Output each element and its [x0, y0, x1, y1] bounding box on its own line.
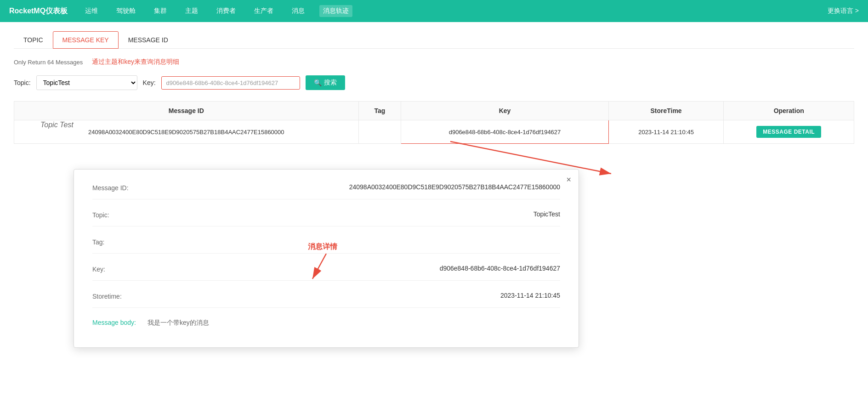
modal-label-key: Key: — [92, 265, 148, 273]
topic-label: Topic: — [14, 79, 31, 86]
tab-message-key[interactable]: MESSAGE KEY — [53, 31, 119, 49]
modal-value-key: d906e848-68b6-408c-8ce4-1d76df194627 — [148, 265, 560, 272]
search-icon: 🔍 — [314, 79, 322, 86]
nav-item-shengchanzhe[interactable]: 生产者 — [250, 5, 277, 17]
language-switch[interactable]: 更换语言 > — [828, 7, 859, 15]
nav-item-jiqun[interactable]: 集群 — [150, 5, 170, 17]
nav-item-xiaofeizhe[interactable]: 消费者 — [213, 5, 239, 17]
message-table: Message ID Tag Key StoreTime Operation 2… — [14, 101, 854, 144]
modal-overlay: × Message ID: 24098A0032400E80D9C518E9D9… — [74, 169, 868, 419]
modal-row-tag: Tag: 消息详情 — [92, 238, 560, 254]
modal-value-message-id: 24098A0032400E80D9C518E9D9020575B27B18B4… — [148, 183, 560, 191]
topic-select[interactable]: TopicTest — [36, 75, 137, 90]
info-row: Only Return 64 Messages 通过主题和key来查询消息明细 — [14, 58, 854, 66]
modal-label-topic: Topic: — [92, 210, 148, 219]
modal-row-key: Key: d906e848-68b6-408c-8ce4-1d76df19462… — [92, 265, 560, 281]
col-key: Key — [401, 102, 608, 120]
search-button-label: 搜索 — [324, 79, 337, 87]
cell-operation: MESSAGE DETAIL — [724, 120, 854, 144]
modal-label-message-id: Message ID: — [92, 183, 148, 192]
modal-row-storetime: Storetime: 2023-11-14 21:10:45 — [92, 292, 560, 308]
nav-item-yunwei[interactable]: 运维 — [81, 5, 102, 17]
nav-item-zhuti[interactable]: 主题 — [182, 5, 202, 17]
modal-label-tag: Tag: — [92, 238, 148, 246]
modal-value-body: 我是一个带key的消息 — [148, 319, 209, 327]
tab-message-id[interactable]: MESSAGE ID — [119, 31, 178, 49]
cell-message-id: 24098A0032400E80D9C518E9D9020575B27B18B4… — [14, 120, 359, 144]
nav-item-xiaoshiguiji[interactable]: 消息轨迹 — [319, 5, 352, 17]
col-tag: Tag — [358, 102, 401, 120]
key-label: Key: — [143, 79, 156, 86]
annotation-label: 消息详情 — [308, 243, 337, 250]
modal-label-body: Message body: — [92, 319, 148, 326]
table-row: 24098A0032400E80D9C518E9D9020575B27B18B4… — [14, 120, 854, 144]
table-header-row: Message ID Tag Key StoreTime Operation — [14, 102, 854, 120]
message-detail-button[interactable]: MESSAGE DETAIL — [756, 126, 821, 138]
cell-tag — [358, 120, 401, 144]
col-operation: Operation — [724, 102, 854, 120]
return-limit-text: Only Return 64 Messages — [14, 59, 83, 66]
col-message-id: Message ID — [14, 102, 359, 120]
modal-row-topic: Topic: TopicTest — [92, 210, 560, 226]
modal-label-storetime: Storetime: — [92, 292, 148, 300]
message-detail-modal: × Message ID: 24098A0032400E80D9C518E9D9… — [74, 169, 579, 348]
cell-storetime: 2023-11-14 21:10:45 — [608, 120, 724, 144]
tab-bar: TOPIC MESSAGE KEY MESSAGE ID — [14, 31, 854, 49]
main-content: TOPIC MESSAGE KEY MESSAGE ID Only Return… — [0, 22, 868, 419]
nav-item-xiaoshi[interactable]: 消息 — [288, 5, 308, 17]
col-storetime: StoreTime — [608, 102, 724, 120]
cell-key: d906e848-68b6-408c-8ce4-1d76df194627 — [401, 120, 608, 144]
nav-items: 运维 驾驶舱 集群 主题 消费者 生产者 消息 消息轨迹 — [81, 5, 828, 17]
modal-row-body: Message body: 我是一个带key的消息 — [92, 319, 560, 327]
hint-text: 通过主题和key来查询消息明细 — [92, 58, 179, 66]
key-input-wrapper — [161, 76, 300, 90]
modal-close-button[interactable]: × — [566, 175, 571, 185]
tab-topic[interactable]: TOPIC — [14, 31, 53, 49]
modal-row-message-id: Message ID: 24098A0032400E80D9C518E9D902… — [92, 183, 560, 199]
key-input[interactable] — [166, 79, 295, 86]
search-button[interactable]: 🔍 搜索 — [306, 75, 345, 90]
top-navigation: RocketMQ仪表板 运维 驾驶舱 集群 主题 消费者 生产者 消息 消息轨迹… — [0, 0, 868, 22]
search-bar: Topic: TopicTest Key: 🔍 搜索 — [14, 75, 854, 90]
modal-value-topic: TopicTest — [148, 210, 560, 218]
modal-value-storetime: 2023-11-14 21:10:45 — [148, 292, 560, 299]
brand-logo: RocketMQ仪表板 — [9, 6, 68, 16]
nav-item-jiashicang[interactable]: 驾驶舱 — [113, 5, 139, 17]
